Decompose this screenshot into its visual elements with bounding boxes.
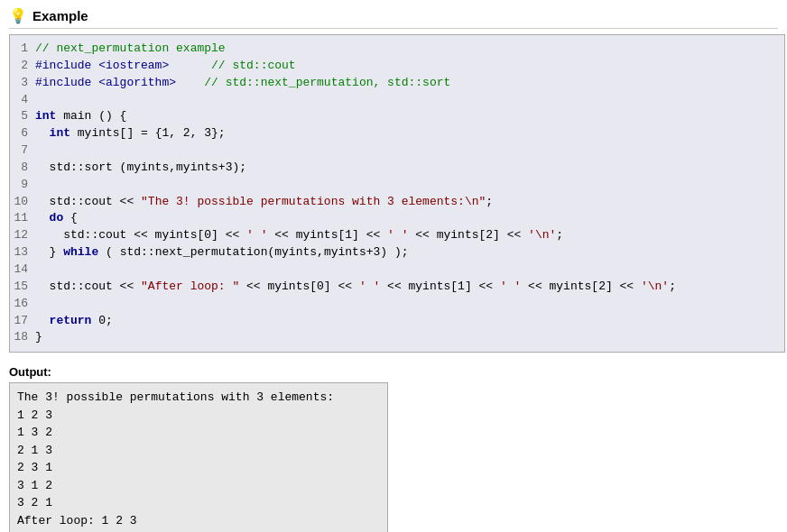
list-item: After loop: 1 2 3 <box>17 512 380 530</box>
table-row: 4 <box>10 92 784 109</box>
table-row: 16 <box>10 296 784 313</box>
table-row: 11 do { <box>10 210 784 227</box>
page-container: 💡 Example 1 // next_permutation example … <box>0 0 787 532</box>
code-line <box>32 142 784 160</box>
line-num: 7 <box>10 142 32 160</box>
code-line: return 0; <box>32 313 784 330</box>
code-line: std::sort (myints,myints+3); <box>32 160 784 177</box>
code-line <box>32 92 784 109</box>
line-num: 9 <box>10 177 32 194</box>
code-line: // next_permutation example <box>32 41 784 58</box>
table-row: 13 } while ( std::next_permutation(myint… <box>10 244 784 261</box>
table-row: 15 std::cout << "After loop: " << myints… <box>10 279 784 296</box>
list-item: 2 3 1 <box>17 459 380 477</box>
line-num: 13 <box>10 244 32 261</box>
code-line <box>32 177 784 194</box>
code-line: std::cout << myints[0] << ' ' << myints[… <box>32 227 784 244</box>
list-item: 1 2 3 <box>17 407 380 425</box>
line-num: 11 <box>10 210 32 227</box>
code-table: 1 // next_permutation example 2 #include… <box>10 41 784 346</box>
line-num: 15 <box>10 279 32 296</box>
code-line: int main () { <box>32 108 784 125</box>
table-row: 18 } <box>10 329 784 346</box>
code-line: #include <iostream> // std::cout <box>32 58 784 75</box>
example-header: 💡 Example <box>9 7 778 29</box>
table-row: 9 <box>10 177 784 194</box>
line-num: 6 <box>10 125 32 142</box>
line-num: 14 <box>10 261 32 279</box>
line-num: 10 <box>10 194 32 211</box>
line-num: 17 <box>10 313 32 330</box>
list-item: 1 3 2 <box>17 424 380 442</box>
list-item: 3 1 2 <box>17 477 380 495</box>
example-title: Example <box>32 8 88 23</box>
output-box: The 3! possible permutations with 3 elem… <box>9 382 388 532</box>
code-line: std::cout << "The 3! possible permutatio… <box>32 194 784 211</box>
table-row: 1 // next_permutation example <box>10 41 784 58</box>
line-num: 1 <box>10 41 32 58</box>
table-row: 7 <box>10 142 784 160</box>
table-row: 2 #include <iostream> // std::cout <box>10 58 784 75</box>
code-line <box>32 296 784 313</box>
list-item: 2 1 3 <box>17 442 380 460</box>
line-num: 16 <box>10 296 32 313</box>
table-row: 3 #include <algorithm> // std::next_perm… <box>10 75 784 92</box>
list-item: The 3! possible permutations with 3 elem… <box>17 389 380 407</box>
line-num: 2 <box>10 58 32 75</box>
table-row: 14 <box>10 261 784 279</box>
code-line: do { <box>32 210 784 227</box>
line-num: 8 <box>10 160 32 177</box>
code-box: 1 // next_permutation example 2 #include… <box>9 34 785 353</box>
table-row: 10 std::cout << "The 3! possible permuta… <box>10 194 784 211</box>
code-line <box>32 261 784 279</box>
line-num: 18 <box>10 329 32 346</box>
table-row: 12 std::cout << myints[0] << ' ' << myin… <box>10 227 784 244</box>
line-num: 5 <box>10 108 32 125</box>
table-row: 8 std::sort (myints,myints+3); <box>10 160 784 177</box>
table-row: 5 int main () { <box>10 108 784 125</box>
table-row: 17 return 0; <box>10 313 784 330</box>
line-num: 12 <box>10 227 32 244</box>
code-line: } <box>32 329 784 346</box>
bulb-icon: 💡 <box>9 7 27 24</box>
line-num: 4 <box>10 92 32 109</box>
line-num: 3 <box>10 75 32 92</box>
table-row: 6 int myints[] = {1, 2, 3}; <box>10 125 784 142</box>
code-line: std::cout << "After loop: " << myints[0]… <box>32 279 784 296</box>
code-line: #include <algorithm> // std::next_permut… <box>32 75 784 92</box>
list-item: 3 2 1 <box>17 494 380 512</box>
code-line: int myints[] = {1, 2, 3}; <box>32 125 784 142</box>
code-line: } while ( std::next_permutation(myints,m… <box>32 244 784 261</box>
output-label: Output: <box>9 365 778 379</box>
